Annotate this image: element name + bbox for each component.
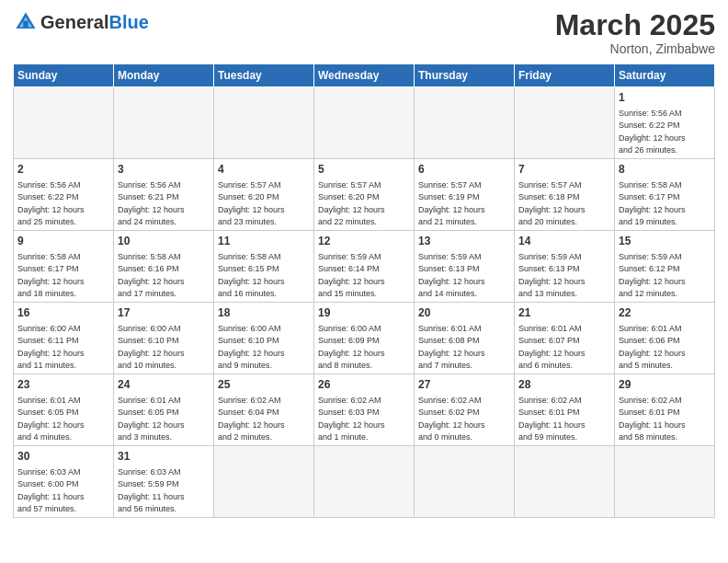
calendar-cell: 13Sunrise: 5:59 AM Sunset: 6:13 PM Dayli… <box>415 231 515 303</box>
day-info: Sunrise: 5:59 AM Sunset: 6:13 PM Dayligh… <box>518 252 586 298</box>
location: Norton, Zimbabwe <box>555 41 715 56</box>
calendar-header-row: SundayMondayTuesdayWednesdayThursdayFrid… <box>14 64 715 87</box>
day-info: Sunrise: 5:58 AM Sunset: 6:17 PM Dayligh… <box>619 180 686 226</box>
calendar-cell: 4Sunrise: 5:57 AM Sunset: 6:20 PM Daylig… <box>214 159 314 231</box>
weekday-header: Tuesday <box>214 64 314 87</box>
calendar-cell: 28Sunrise: 6:02 AM Sunset: 6:01 PM Dayli… <box>515 374 615 446</box>
day-number: 26 <box>318 377 410 393</box>
calendar-cell: 29Sunrise: 6:02 AM Sunset: 6:01 PM Dayli… <box>615 374 715 446</box>
day-info: Sunrise: 6:00 AM Sunset: 6:10 PM Dayligh… <box>218 324 285 370</box>
day-number: 12 <box>318 234 410 249</box>
calendar-cell: 31Sunrise: 6:03 AM Sunset: 5:59 PM Dayli… <box>114 446 214 518</box>
weekday-header: Monday <box>114 64 214 87</box>
calendar-cell <box>314 87 415 159</box>
day-info: Sunrise: 5:56 AM Sunset: 6:21 PM Dayligh… <box>118 180 185 226</box>
calendar: SundayMondayTuesdayWednesdayThursdayFrid… <box>13 63 715 518</box>
calendar-cell <box>114 87 214 159</box>
weekday-header: Sunday <box>14 64 114 87</box>
day-number: 19 <box>318 305 410 321</box>
day-info: Sunrise: 6:01 AM Sunset: 6:08 PM Dayligh… <box>418 324 485 370</box>
calendar-cell: 11Sunrise: 5:58 AM Sunset: 6:15 PM Dayli… <box>214 231 314 303</box>
calendar-cell: 27Sunrise: 6:02 AM Sunset: 6:02 PM Dayli… <box>415 374 515 446</box>
day-number: 5 <box>318 162 410 178</box>
calendar-cell <box>415 87 515 159</box>
calendar-cell <box>314 446 415 518</box>
day-info: Sunrise: 6:00 AM Sunset: 6:10 PM Dayligh… <box>118 324 185 370</box>
calendar-cell: 19Sunrise: 6:00 AM Sunset: 6:09 PM Dayli… <box>314 303 415 374</box>
day-info: Sunrise: 6:00 AM Sunset: 6:11 PM Dayligh… <box>17 324 85 370</box>
logo: GeneralBlue <box>13 9 149 35</box>
calendar-cell: 7Sunrise: 5:57 AM Sunset: 6:18 PM Daylig… <box>515 159 615 231</box>
calendar-cell <box>214 446 314 518</box>
day-number: 1 <box>619 90 711 106</box>
day-number: 21 <box>518 305 610 321</box>
day-number: 9 <box>17 234 109 249</box>
day-number: 6 <box>418 162 510 178</box>
weekday-header: Saturday <box>615 64 715 87</box>
calendar-cell: 12Sunrise: 5:59 AM Sunset: 6:14 PM Dayli… <box>314 231 415 303</box>
day-number: 14 <box>518 234 610 249</box>
day-number: 10 <box>118 234 210 249</box>
calendar-cell: 1Sunrise: 5:56 AM Sunset: 6:22 PM Daylig… <box>615 87 715 159</box>
calendar-cell: 15Sunrise: 5:59 AM Sunset: 6:12 PM Dayli… <box>615 231 715 303</box>
calendar-week-row: 16Sunrise: 6:00 AM Sunset: 6:11 PM Dayli… <box>14 303 715 374</box>
logo-general: GeneralBlue <box>40 12 149 33</box>
day-number: 18 <box>218 305 310 321</box>
day-number: 2 <box>17 162 109 178</box>
header: GeneralBlue March 2025 Norton, Zimbabwe <box>13 9 715 56</box>
day-number: 29 <box>619 377 711 393</box>
day-info: Sunrise: 5:59 AM Sunset: 6:12 PM Dayligh… <box>619 252 686 298</box>
calendar-cell: 17Sunrise: 6:00 AM Sunset: 6:10 PM Dayli… <box>114 303 214 374</box>
month-title: March 2025 <box>555 9 715 41</box>
calendar-cell: 25Sunrise: 6:02 AM Sunset: 6:04 PM Dayli… <box>214 374 314 446</box>
day-number: 23 <box>17 377 109 393</box>
svg-rect-2 <box>23 21 28 29</box>
calendar-cell <box>415 446 515 518</box>
day-info: Sunrise: 6:01 AM Sunset: 6:05 PM Dayligh… <box>118 396 185 442</box>
day-number: 20 <box>418 305 510 321</box>
calendar-cell <box>214 87 314 159</box>
calendar-week-row: 2Sunrise: 5:56 AM Sunset: 6:22 PM Daylig… <box>14 159 715 231</box>
day-info: Sunrise: 5:58 AM Sunset: 6:15 PM Dayligh… <box>218 252 285 298</box>
calendar-cell: 3Sunrise: 5:56 AM Sunset: 6:21 PM Daylig… <box>114 159 214 231</box>
calendar-cell <box>615 446 715 518</box>
calendar-cell: 9Sunrise: 5:58 AM Sunset: 6:17 PM Daylig… <box>14 231 114 303</box>
day-info: Sunrise: 6:00 AM Sunset: 6:09 PM Dayligh… <box>318 324 385 370</box>
calendar-week-row: 23Sunrise: 6:01 AM Sunset: 6:05 PM Dayli… <box>14 374 715 446</box>
day-number: 11 <box>218 234 310 249</box>
day-info: Sunrise: 5:58 AM Sunset: 6:16 PM Dayligh… <box>118 252 185 298</box>
day-number: 16 <box>17 305 109 321</box>
calendar-cell: 30Sunrise: 6:03 AM Sunset: 6:00 PM Dayli… <box>14 446 114 518</box>
calendar-cell: 26Sunrise: 6:02 AM Sunset: 6:03 PM Dayli… <box>314 374 415 446</box>
day-number: 17 <box>118 305 210 321</box>
calendar-cell: 24Sunrise: 6:01 AM Sunset: 6:05 PM Dayli… <box>114 374 214 446</box>
calendar-cell <box>14 87 114 159</box>
day-number: 22 <box>619 305 711 321</box>
day-info: Sunrise: 5:57 AM Sunset: 6:19 PM Dayligh… <box>418 180 485 226</box>
logo-area: GeneralBlue <box>13 9 149 35</box>
calendar-cell <box>515 87 615 159</box>
day-info: Sunrise: 6:02 AM Sunset: 6:01 PM Dayligh… <box>619 396 686 442</box>
weekday-header: Wednesday <box>314 64 415 87</box>
day-info: Sunrise: 6:03 AM Sunset: 6:00 PM Dayligh… <box>17 467 85 513</box>
calendar-cell: 23Sunrise: 6:01 AM Sunset: 6:05 PM Dayli… <box>14 374 114 446</box>
calendar-cell: 2Sunrise: 5:56 AM Sunset: 6:22 PM Daylig… <box>14 159 114 231</box>
calendar-cell: 5Sunrise: 5:57 AM Sunset: 6:20 PM Daylig… <box>314 159 415 231</box>
calendar-cell: 21Sunrise: 6:01 AM Sunset: 6:07 PM Dayli… <box>515 303 615 374</box>
calendar-week-row: 30Sunrise: 6:03 AM Sunset: 6:00 PM Dayli… <box>14 446 715 518</box>
day-number: 28 <box>518 377 610 393</box>
day-info: Sunrise: 6:01 AM Sunset: 6:07 PM Dayligh… <box>518 324 586 370</box>
day-number: 27 <box>418 377 510 393</box>
calendar-cell: 8Sunrise: 5:58 AM Sunset: 6:17 PM Daylig… <box>615 159 715 231</box>
day-info: Sunrise: 6:03 AM Sunset: 5:59 PM Dayligh… <box>118 467 185 513</box>
calendar-cell: 18Sunrise: 6:00 AM Sunset: 6:10 PM Dayli… <box>214 303 314 374</box>
day-info: Sunrise: 6:02 AM Sunset: 6:04 PM Dayligh… <box>218 396 285 442</box>
calendar-cell: 10Sunrise: 5:58 AM Sunset: 6:16 PM Dayli… <box>114 231 214 303</box>
title-area: March 2025 Norton, Zimbabwe <box>555 9 715 56</box>
day-info: Sunrise: 5:58 AM Sunset: 6:17 PM Dayligh… <box>17 252 85 298</box>
day-info: Sunrise: 6:02 AM Sunset: 6:02 PM Dayligh… <box>418 396 485 442</box>
calendar-cell: 6Sunrise: 5:57 AM Sunset: 6:19 PM Daylig… <box>415 159 515 231</box>
day-info: Sunrise: 5:56 AM Sunset: 6:22 PM Dayligh… <box>619 109 686 155</box>
calendar-cell <box>515 446 615 518</box>
day-number: 31 <box>118 449 210 465</box>
